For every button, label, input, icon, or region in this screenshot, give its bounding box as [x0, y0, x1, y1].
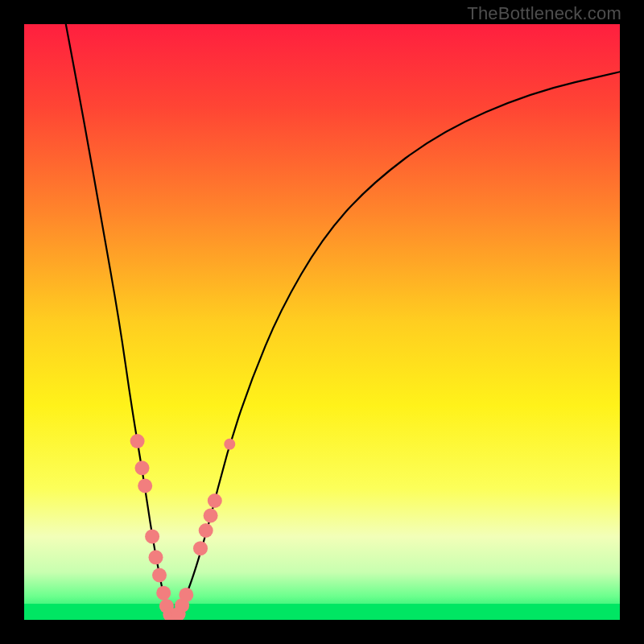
data-marker: [224, 439, 235, 450]
data-marker: [130, 434, 145, 448]
data-marker: [204, 509, 218, 523]
curve-layer: [24, 24, 620, 620]
data-marker: [156, 586, 171, 601]
data-marker: [138, 479, 152, 493]
data-marker: [135, 460, 150, 475]
data-marker: [193, 541, 208, 555]
data-marker: [152, 568, 167, 583]
watermark-text: TheBottleneck.com: [467, 3, 621, 24]
data-marker: [179, 588, 193, 602]
plot-area: [24, 24, 620, 620]
data-marker: [208, 493, 222, 508]
chart-frame: TheBottleneck.com: [0, 0, 644, 644]
data-marker: [199, 523, 213, 538]
marker-group: [130, 434, 236, 620]
bottleneck-curve: [66, 24, 620, 617]
data-marker: [149, 550, 163, 564]
data-marker: [145, 529, 159, 543]
